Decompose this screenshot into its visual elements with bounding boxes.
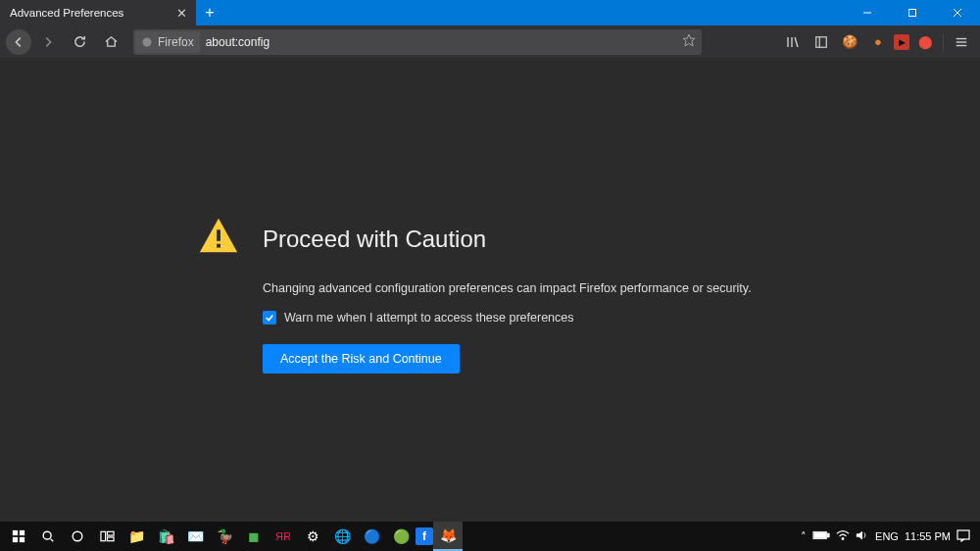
home-button[interactable] — [96, 28, 125, 56]
svg-rect-15 — [217, 244, 220, 248]
identity-label: Firefox — [158, 35, 194, 49]
library-icon[interactable] — [780, 29, 806, 55]
windows-taskbar: 📁 🛍️ ✉️ 🦆 ◼ ЯR ⚙ 🌐 🔵 🟢 f 🦊 ˄ ENG 11:55 P… — [0, 522, 980, 551]
svg-rect-24 — [107, 531, 114, 535]
svg-rect-31 — [957, 530, 969, 539]
tray-chevron-icon[interactable]: ˄ — [801, 530, 807, 543]
battery-icon[interactable] — [812, 530, 830, 542]
notifications-icon[interactable] — [956, 529, 970, 544]
new-tab-button[interactable]: + — [196, 0, 223, 25]
taskbar-app-edge[interactable]: 🌐 — [327, 522, 357, 551]
extension-icon-4[interactable]: ⬤ — [912, 29, 938, 55]
window-titlebar: Advanced Preferences ✕ + — [0, 0, 980, 25]
accept-risk-button[interactable]: Accept the Risk and Continue — [263, 344, 460, 374]
svg-point-4 — [143, 37, 152, 46]
extension-icon-1[interactable]: 🍪 — [837, 29, 862, 55]
separator — [943, 33, 944, 51]
browser-toolbar: Firefox about:config 🍪 ● ▶ ⬤ — [0, 25, 980, 58]
svg-point-20 — [43, 531, 51, 539]
back-button[interactable] — [6, 29, 31, 55]
svg-rect-23 — [100, 531, 105, 540]
svg-rect-1 — [909, 10, 916, 17]
svg-marker-30 — [857, 531, 862, 540]
svg-line-8 — [795, 37, 798, 47]
page-content: Proceed with Caution Changing advanced c… — [0, 58, 980, 522]
taskbar-app-edge2[interactable]: 🟢 — [386, 522, 416, 551]
taskbar-app-3[interactable]: ЯR — [269, 522, 298, 551]
warning-panel: Proceed with Caution Changing advanced c… — [196, 215, 784, 522]
extension-icon-2[interactable]: ● — [865, 29, 891, 55]
taskbar-app-1[interactable]: 🦆 — [210, 522, 239, 551]
svg-rect-17 — [20, 530, 24, 535]
firefox-logo-icon — [141, 36, 153, 48]
warning-title: Proceed with Caution — [263, 225, 486, 253]
clock[interactable]: 11:55 PM — [905, 530, 951, 542]
svg-rect-16 — [13, 530, 18, 535]
cortana-icon[interactable] — [63, 522, 92, 551]
warning-triangle-icon — [196, 215, 241, 264]
maximize-button[interactable] — [890, 0, 935, 25]
site-identity[interactable]: Firefox — [135, 31, 200, 53]
warning-description: Changing advanced configuration preferen… — [263, 281, 784, 295]
svg-rect-25 — [107, 537, 114, 541]
volume-icon[interactable] — [856, 529, 869, 543]
taskbar-app-settings[interactable]: ⚙ — [298, 522, 327, 551]
svg-rect-14 — [217, 229, 220, 241]
tab-title: Advanced Preferences — [10, 7, 123, 19]
svg-rect-9 — [816, 36, 827, 47]
minimize-button[interactable] — [845, 0, 890, 25]
start-button[interactable] — [4, 522, 33, 551]
search-icon[interactable] — [33, 522, 63, 551]
checkbox-label: Warn me when I attempt to access these p… — [284, 311, 574, 325]
taskbar-app-facebook[interactable]: f — [416, 527, 433, 545]
wifi-icon[interactable] — [836, 529, 850, 543]
close-window-button[interactable] — [935, 0, 980, 25]
taskbar-app-mail[interactable]: ✉️ — [180, 522, 210, 551]
svg-marker-5 — [683, 34, 695, 46]
svg-rect-18 — [13, 537, 18, 542]
language-indicator[interactable]: ENG — [875, 530, 899, 542]
reload-button[interactable] — [65, 28, 94, 56]
url-text: about:config — [206, 35, 270, 49]
svg-rect-28 — [814, 532, 826, 537]
forward-button[interactable] — [33, 28, 63, 56]
close-tab-icon[interactable]: ✕ — [174, 6, 188, 20]
extension-icon-3[interactable]: ▶ — [894, 34, 909, 50]
taskbar-app-explorer[interactable]: 📁 — [122, 522, 151, 551]
taskbar-app-2[interactable]: ◼ — [239, 522, 269, 551]
toolbar-extensions: 🍪 ● ▶ ⬤ — [780, 29, 974, 55]
url-bar[interactable]: Firefox about:config — [133, 29, 702, 55]
bookmark-star-icon[interactable] — [682, 33, 696, 50]
sidebar-icon[interactable] — [808, 29, 834, 55]
taskbar-app-store[interactable]: 🛍️ — [151, 522, 180, 551]
window-controls — [845, 0, 980, 25]
warn-checkbox-row[interactable]: Warn me when I attempt to access these p… — [263, 311, 784, 325]
svg-point-22 — [73, 531, 82, 541]
task-view-icon[interactable] — [92, 522, 122, 551]
checkbox-checked-icon[interactable] — [263, 311, 276, 325]
svg-rect-27 — [827, 533, 829, 537]
svg-point-29 — [842, 538, 844, 540]
browser-tab-active[interactable]: Advanced Preferences ✕ — [0, 0, 196, 25]
svg-line-21 — [51, 539, 54, 542]
system-tray: ˄ ENG 11:55 PM — [801, 529, 976, 544]
app-menu-button[interactable] — [949, 29, 974, 55]
taskbar-app-firefox-active[interactable]: 🦊 — [433, 522, 463, 551]
taskbar-app-chrome[interactable]: 🔵 — [357, 522, 386, 551]
svg-rect-19 — [20, 537, 24, 542]
